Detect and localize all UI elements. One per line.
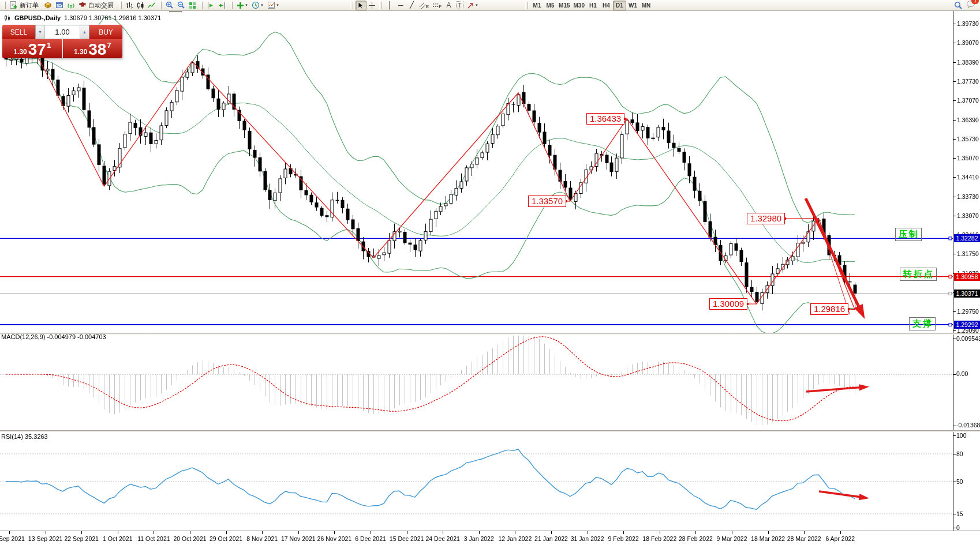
template-icon [267, 1, 275, 9]
hline-icon: ─ [398, 2, 403, 9]
notifications-chat-button[interactable]: 1 [966, 0, 975, 10]
new-chart-icon [44, 1, 52, 9]
fibo-sub-label: F [439, 4, 442, 9]
templates-button[interactable]: ▼ [265, 1, 281, 10]
toolbar-grip[interactable] [159, 2, 162, 9]
dropdown-caret-icon[interactable]: ▼ [276, 3, 279, 7]
chart-ohlc-values: 1.30679 1.30761 1.29816 1.30371 [64, 14, 161, 21]
timeframe-m1-button[interactable]: M1 [530, 1, 544, 10]
candlestick-chart-button[interactable] [135, 1, 146, 10]
indicators-plus-icon [237, 2, 244, 9]
volume-spinner: ▼ 1.00 ▲ [35, 25, 89, 39]
sell-price-big: 37 [28, 42, 46, 58]
autotrading-button[interactable]: 自动交易 [77, 1, 117, 10]
new-order-label: 新订单 [20, 1, 39, 10]
fibonacci-tool-button[interactable]: F [431, 1, 443, 10]
autotrading-icon [78, 1, 87, 9]
autotrading-label: 自动交易 [88, 1, 114, 10]
cursor-icon [357, 2, 364, 9]
channel-tool-button[interactable]: E [417, 1, 431, 10]
timeframe-m5-button[interactable]: M5 [544, 1, 557, 10]
toolbar-grip[interactable] [200, 2, 203, 9]
zoom-in-icon [166, 1, 174, 9]
new-order-icon [10, 1, 18, 9]
chart-title: GBPUSD-,Daily 1.30679 1.30761 1.29816 1.… [4, 14, 161, 21]
toolbar-grip[interactable] [525, 2, 528, 9]
timeframe-w1-button[interactable]: W1 [626, 1, 639, 10]
buy-price-tile[interactable]: 1.30 38 7 [63, 39, 123, 58]
buy-price-small: 1.30 [74, 48, 87, 56]
sell-price-small: 1.30 [13, 48, 27, 56]
toolbar-grip[interactable] [379, 2, 382, 9]
new-chart-button[interactable] [42, 1, 54, 10]
chart-symbol-period: GBPUSD-,Daily [14, 14, 61, 21]
one-click-trading-panel: SELL ▼ 1.00 ▲ BUY 1.30 37 1 1.30 38 7 [2, 25, 122, 58]
auto-scroll-icon [207, 2, 215, 9]
signals-button[interactable] [65, 1, 77, 10]
line-chart-icon [148, 2, 155, 9]
label-tool-icon: T [456, 1, 463, 9]
signals-icon [67, 1, 75, 9]
dropdown-caret-icon[interactable]: ▼ [260, 3, 264, 7]
dropdown-caret-icon[interactable]: ▼ [475, 3, 478, 7]
line-chart-button[interactable] [146, 1, 157, 10]
timeframe-m30-button[interactable]: M30 [572, 1, 586, 10]
vline-icon: │ [388, 2, 392, 9]
buy-price-big: 38 [88, 42, 106, 58]
top-toolbar: 新订单 自动交易 ▼ ▼ [0, 0, 980, 11]
bar-chart-icon [126, 2, 133, 9]
zoom-out-icon [177, 1, 185, 9]
timeframe-d1-button[interactable]: D1 [613, 1, 626, 10]
chart-title-icon [4, 14, 11, 21]
toolbar-grip[interactable] [3, 2, 6, 9]
horizontal-line-tool-button[interactable]: ─ [395, 1, 406, 10]
chat-badge: 1 [971, 0, 979, 4]
toolbar-grip[interactable] [350, 2, 353, 9]
chart-canvas[interactable] [0, 0, 980, 545]
cursor-tool-button[interactable] [356, 1, 366, 10]
clock-icon [252, 1, 260, 9]
volume-decrease-button[interactable]: ▼ [36, 25, 45, 39]
profiles-button[interactable] [54, 1, 65, 10]
text-tool-button[interactable]: A [443, 1, 454, 10]
text-tool-icon: A [447, 1, 451, 9]
chart-shift-button[interactable] [216, 1, 228, 10]
sell-price-tile[interactable]: 1.30 37 1 [2, 39, 62, 58]
text-label-tool-button[interactable]: T [454, 1, 465, 10]
new-order-button[interactable]: 新订单 [8, 1, 42, 10]
tile-windows-button[interactable] [187, 1, 198, 10]
indicators-button[interactable]: ▼ [235, 1, 250, 10]
channel-sub-label: E [426, 4, 429, 9]
candlestick-chart-icon [137, 2, 144, 9]
dropdown-caret-icon[interactable]: ▼ [245, 3, 248, 7]
zoom-in-button[interactable] [164, 1, 175, 10]
search-icon[interactable] [954, 1, 963, 10]
chart-shift-icon [218, 2, 226, 9]
arrows-icon [467, 2, 474, 9]
timeframe-h4-button[interactable]: H4 [600, 1, 613, 10]
timeframe-mn-button[interactable]: MN [639, 1, 653, 10]
arrows-tool-button[interactable]: ▼ [465, 1, 480, 10]
auto-scroll-button[interactable] [205, 1, 216, 10]
timeframe-h1-button[interactable]: H1 [586, 1, 600, 10]
mt4-terminal: { "toolbar": { "new_order_label": "新订单",… [0, 0, 980, 545]
sell-button[interactable]: SELL [2, 25, 35, 39]
profiles-icon [55, 1, 63, 9]
trendline-icon: ╱ [410, 2, 414, 9]
volume-increase-button[interactable]: ▲ [80, 25, 89, 39]
toolbar-grip[interactable] [119, 2, 122, 9]
vertical-line-tool-button[interactable]: │ [384, 1, 395, 10]
volume-value[interactable]: 1.00 [45, 25, 80, 39]
buy-price-sup: 7 [107, 41, 111, 50]
timeframe-m15-button[interactable]: M15 [557, 1, 571, 10]
trendline-tool-button[interactable]: ╱ [406, 1, 417, 10]
zoom-out-button[interactable] [175, 1, 187, 10]
crosshair-icon [368, 2, 376, 9]
bar-chart-button[interactable] [124, 1, 135, 10]
sell-price-sup: 1 [47, 41, 51, 50]
tile-windows-icon [189, 2, 196, 9]
toolbar-grip[interactable] [230, 2, 233, 9]
buy-button[interactable]: BUY [89, 25, 122, 39]
crosshair-tool-button[interactable] [366, 1, 377, 10]
periods-button[interactable]: ▼ [250, 1, 265, 10]
